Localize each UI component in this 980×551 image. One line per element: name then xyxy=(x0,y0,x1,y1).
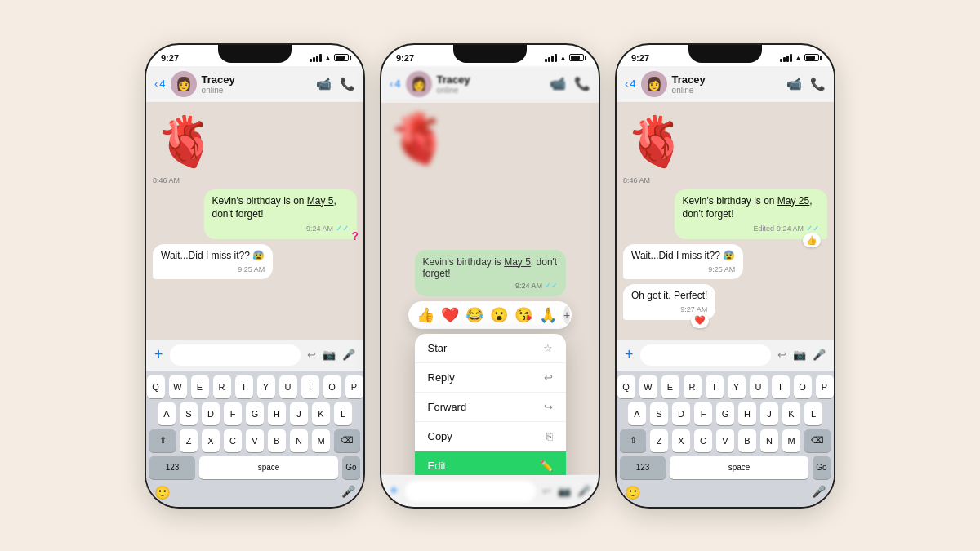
key-123[interactable]: 123 xyxy=(149,456,195,479)
key-b[interactable]: B xyxy=(738,429,756,452)
key-delete[interactable]: ⌫ xyxy=(334,429,360,452)
emoji-heart[interactable]: ❤️ xyxy=(441,306,459,324)
wifi-icon: ▲ xyxy=(559,54,567,62)
reply-icon[interactable]: ↩ xyxy=(307,349,316,361)
emoji-laugh[interactable]: 😂 xyxy=(466,306,483,324)
video-call-icon[interactable]: 📹 xyxy=(316,77,332,91)
key-r[interactable]: R xyxy=(684,375,702,398)
key-go[interactable]: Go xyxy=(813,456,831,479)
phone-icon[interactable]: 📞 xyxy=(810,77,826,91)
key-v[interactable]: V xyxy=(246,429,264,452)
key-h[interactable]: H xyxy=(268,402,286,425)
key-c[interactable]: C xyxy=(224,429,242,452)
key-q[interactable]: Q xyxy=(617,375,635,398)
key-b[interactable]: B xyxy=(268,429,286,452)
key-x[interactable]: X xyxy=(672,429,690,452)
menu-item-forward[interactable]: Forward ↪ xyxy=(415,393,566,422)
key-space[interactable]: space xyxy=(199,456,338,479)
key-s[interactable]: S xyxy=(650,402,668,425)
emoji-key[interactable]: 🙂 xyxy=(154,485,171,500)
key-i[interactable]: I xyxy=(772,375,790,398)
key-w[interactable]: W xyxy=(169,375,187,398)
phone-icon[interactable]: 📞 xyxy=(340,77,355,91)
key-e[interactable]: E xyxy=(662,375,679,398)
plus-icon[interactable]: + xyxy=(625,346,634,363)
emoji-kiss[interactable]: 😘 xyxy=(514,306,532,324)
key-l[interactable]: L xyxy=(804,402,822,425)
key-d[interactable]: D xyxy=(672,402,690,425)
key-g[interactable]: G xyxy=(246,402,264,425)
menu-item-copy[interactable]: Copy ⎘ xyxy=(415,422,566,451)
key-g[interactable]: G xyxy=(716,402,734,425)
key-p[interactable]: P xyxy=(345,375,363,398)
key-m[interactable]: M xyxy=(312,429,330,452)
key-a[interactable]: A xyxy=(158,402,176,425)
key-delete[interactable]: ⌫ xyxy=(804,429,831,452)
key-space[interactable]: space xyxy=(670,456,808,479)
emoji-key[interactable]: 🙂 xyxy=(625,485,641,500)
key-x[interactable]: X xyxy=(202,429,220,452)
key-y[interactable]: Y xyxy=(257,375,275,398)
reply-icon[interactable]: ↩ xyxy=(777,349,786,361)
key-j[interactable]: J xyxy=(290,402,308,425)
key-z[interactable]: Z xyxy=(650,429,668,452)
key-i[interactable]: I xyxy=(301,375,319,398)
key-123[interactable]: 123 xyxy=(620,456,666,479)
key-c[interactable]: C xyxy=(694,429,712,452)
key-w[interactable]: W xyxy=(639,375,657,398)
menu-item-star[interactable]: Star ☆ xyxy=(415,334,566,363)
key-f[interactable]: F xyxy=(694,402,712,425)
key-r[interactable]: R xyxy=(213,375,231,398)
camera-icon[interactable]: 📷 xyxy=(323,349,336,361)
key-z[interactable]: Z xyxy=(180,429,198,452)
key-shift[interactable]: ⇧ xyxy=(149,429,176,452)
key-q[interactable]: Q xyxy=(147,375,165,398)
key-d[interactable]: D xyxy=(202,402,220,425)
back-button[interactable]: ‹ 4 xyxy=(625,78,636,90)
key-s[interactable]: S xyxy=(180,402,198,425)
back-button[interactable]: ‹ 4 xyxy=(154,78,166,90)
more-emoji-button[interactable]: + xyxy=(564,306,570,324)
keyboard-bottom: 🙂 🎤 xyxy=(149,483,360,500)
key-o[interactable]: O xyxy=(794,375,812,398)
key-e[interactable]: E xyxy=(191,375,209,398)
key-k[interactable]: K xyxy=(782,402,800,425)
mic-icon[interactable]: 🎤 xyxy=(342,349,355,361)
key-k[interactable]: K xyxy=(312,402,330,425)
emoji-thumbsup[interactable]: 👍 xyxy=(416,306,434,324)
mic-key[interactable]: 🎤 xyxy=(341,485,355,500)
menu-item-edit[interactable]: Edit ✏️ xyxy=(415,451,566,475)
message-input[interactable] xyxy=(640,344,771,366)
key-h[interactable]: H xyxy=(738,402,756,425)
key-u[interactable]: U xyxy=(750,375,768,398)
mic-key[interactable]: 🎤 xyxy=(812,485,826,500)
chat-area: 🫀 8:46 AM Kevin's birthday is on May 25,… xyxy=(617,103,834,339)
key-n[interactable]: N xyxy=(760,429,778,452)
key-u[interactable]: U xyxy=(279,375,297,398)
key-t[interactable]: T xyxy=(706,375,724,398)
video-call-icon[interactable]: 📹 xyxy=(786,77,802,91)
plus-icon[interactable]: + xyxy=(154,346,163,363)
menu-item-reply[interactable]: Reply ↩ xyxy=(415,363,566,393)
emoji-wow[interactable]: 😮 xyxy=(490,306,508,324)
key-a[interactable]: A xyxy=(628,402,646,425)
forward-icon: ↪ xyxy=(544,401,553,413)
key-n[interactable]: N xyxy=(290,429,308,452)
emoji-pray[interactable]: 🙏 xyxy=(539,306,557,324)
input-icons: ↩ 📷 🎤 xyxy=(542,485,590,497)
key-shift[interactable]: ⇧ xyxy=(620,429,646,452)
key-go[interactable]: Go xyxy=(342,456,360,479)
key-o[interactable]: O xyxy=(323,375,341,398)
key-m[interactable]: M xyxy=(782,429,800,452)
key-l[interactable]: L xyxy=(334,402,352,425)
camera-icon[interactable]: 📷 xyxy=(793,349,806,361)
message-input[interactable] xyxy=(170,344,301,366)
key-t[interactable]: T xyxy=(235,375,253,398)
key-v[interactable]: V xyxy=(716,429,734,452)
wifi-icon: ▲ xyxy=(795,54,802,62)
mic-icon[interactable]: 🎤 xyxy=(813,349,826,361)
key-p[interactable]: P xyxy=(816,375,834,398)
key-y[interactable]: Y xyxy=(728,375,746,398)
key-j[interactable]: J xyxy=(760,402,778,425)
key-f[interactable]: F xyxy=(224,402,242,425)
